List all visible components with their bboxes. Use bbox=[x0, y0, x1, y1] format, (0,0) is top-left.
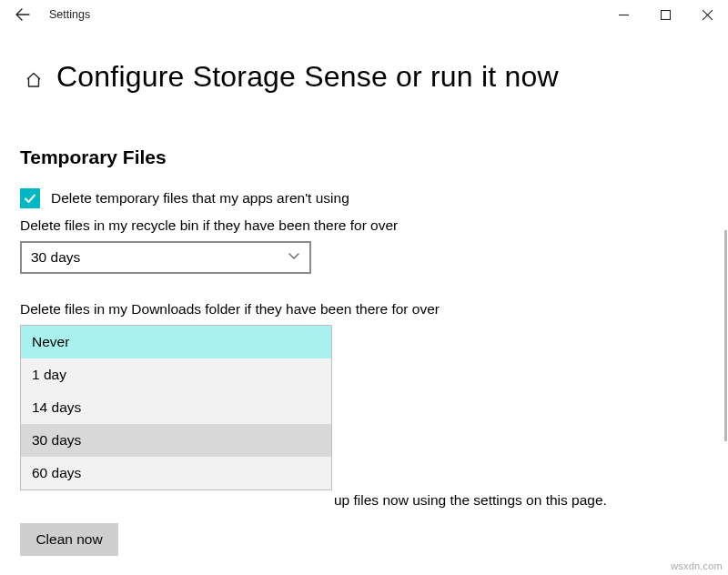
helper-text-partial: up files now using the settings on this … bbox=[334, 492, 607, 509]
dropdown-option-30-days[interactable]: 30 days bbox=[21, 424, 331, 457]
checkbox-checked[interactable] bbox=[20, 188, 40, 208]
downloads-label: Delete files in my Downloads folder if t… bbox=[20, 301, 708, 318]
minimize-icon bbox=[619, 10, 629, 20]
watermark-text: wsxdn.com bbox=[671, 560, 723, 571]
dropdown-option-14-days[interactable]: 14 days bbox=[21, 391, 331, 424]
close-icon bbox=[703, 10, 713, 20]
recycle-bin-dropdown[interactable]: 30 days bbox=[20, 241, 311, 274]
window-title: Settings bbox=[49, 8, 90, 21]
page-title: Configure Storage Sense or run it now bbox=[56, 60, 559, 94]
downloads-dropdown-open[interactable]: Never 1 day 14 days 30 days 60 days bbox=[20, 325, 332, 490]
close-button[interactable] bbox=[686, 0, 728, 29]
clean-now-button[interactable]: Clean now bbox=[20, 523, 118, 556]
minimize-button[interactable] bbox=[602, 0, 644, 29]
window-controls bbox=[602, 0, 728, 29]
back-button[interactable] bbox=[13, 5, 33, 25]
arrow-left-icon bbox=[15, 7, 30, 22]
delete-temp-files-checkbox-row[interactable]: Delete temporary files that my apps aren… bbox=[20, 188, 708, 208]
recycle-bin-label: Delete files in my recycle bin if they h… bbox=[20, 217, 708, 234]
vertical-scrollbar[interactable] bbox=[724, 230, 727, 441]
dropdown-option-60-days[interactable]: 60 days bbox=[21, 457, 331, 489]
dropdown-option-1-day[interactable]: 1 day bbox=[21, 358, 331, 391]
checkmark-icon bbox=[23, 191, 37, 206]
section-title: Temporary Files bbox=[20, 146, 708, 168]
recycle-bin-dropdown-value: 30 days bbox=[31, 249, 80, 266]
dropdown-option-never[interactable]: Never bbox=[21, 326, 331, 358]
page-header: Configure Storage Sense or run it now bbox=[0, 29, 728, 94]
content-area: Temporary Files Delete temporary files t… bbox=[0, 94, 728, 490]
maximize-icon bbox=[661, 10, 671, 20]
title-bar: Settings bbox=[0, 0, 728, 29]
clean-now-label: Clean now bbox=[35, 531, 102, 548]
home-icon[interactable] bbox=[24, 70, 44, 90]
svg-rect-1 bbox=[661, 10, 670, 19]
chevron-down-icon bbox=[288, 249, 300, 266]
checkbox-label: Delete temporary files that my apps aren… bbox=[51, 190, 349, 207]
maximize-button[interactable] bbox=[644, 0, 686, 29]
